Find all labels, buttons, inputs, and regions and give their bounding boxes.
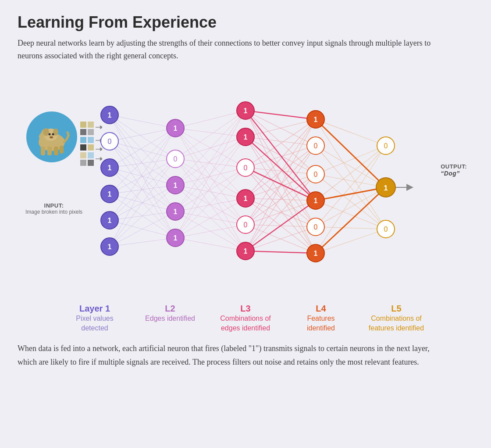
svg-text:1: 1 bbox=[174, 125, 178, 132]
svg-line-89 bbox=[175, 225, 246, 238]
svg-text:1: 1 bbox=[244, 107, 248, 115]
svg-line-149 bbox=[246, 201, 316, 251]
svg-line-151 bbox=[316, 187, 386, 201]
svg-line-37 bbox=[110, 141, 175, 159]
svg-text:1: 1 bbox=[108, 217, 112, 224]
neural-network-diagram: 1 0 1 1 1 1 1 0 1 1 1 1 1 0 1 bbox=[18, 75, 473, 295]
svg-line-131 bbox=[316, 146, 386, 187]
input-label: INPUT: Image broken into pixels bbox=[25, 202, 82, 215]
svg-line-47 bbox=[110, 159, 175, 194]
layer-2-label: L2 Edges identified bbox=[142, 304, 199, 333]
layer-4-label: L4 Features identified bbox=[292, 304, 349, 333]
svg-line-75 bbox=[175, 168, 246, 185]
svg-line-146 bbox=[246, 111, 316, 201]
svg-text:1: 1 bbox=[314, 116, 318, 123]
svg-line-36 bbox=[110, 128, 175, 141]
svg-text:1: 1 bbox=[174, 208, 178, 215]
svg-line-127 bbox=[316, 119, 386, 146]
svg-line-153 bbox=[316, 119, 386, 187]
bottom-text: When data is fed into a network, each ar… bbox=[18, 342, 447, 369]
svg-text:0: 0 bbox=[244, 164, 248, 172]
svg-line-42 bbox=[110, 159, 175, 168]
layer-1-label: Layer 1 Pixel values detected bbox=[66, 304, 123, 333]
output-label: OUTPUT: “Dog” bbox=[441, 163, 467, 177]
svg-line-122 bbox=[246, 146, 316, 251]
svg-text:0: 0 bbox=[108, 138, 112, 145]
svg-text:1: 1 bbox=[174, 182, 178, 189]
svg-line-108 bbox=[246, 168, 316, 253]
svg-line-125 bbox=[246, 227, 316, 251]
svg-text:1: 1 bbox=[108, 190, 112, 198]
svg-text:1: 1 bbox=[314, 197, 318, 204]
svg-text:0: 0 bbox=[244, 221, 248, 229]
svg-line-144 bbox=[316, 229, 386, 253]
svg-text:1: 1 bbox=[384, 184, 388, 192]
svg-text:0: 0 bbox=[314, 223, 318, 231]
svg-text:0: 0 bbox=[314, 142, 318, 150]
svg-line-150 bbox=[246, 251, 316, 253]
svg-line-98 bbox=[246, 137, 316, 146]
svg-line-129 bbox=[316, 119, 386, 229]
svg-line-145 bbox=[246, 111, 316, 119]
svg-text:1: 1 bbox=[244, 247, 248, 255]
svg-text:0: 0 bbox=[174, 155, 178, 163]
svg-text:1: 1 bbox=[244, 133, 248, 141]
svg-line-88 bbox=[175, 198, 246, 238]
svg-line-152 bbox=[316, 187, 386, 253]
layer-3-label: L3 Combinations of edges identified bbox=[217, 304, 274, 333]
svg-text:0: 0 bbox=[314, 171, 318, 178]
svg-line-57 bbox=[110, 159, 175, 247]
svg-line-142 bbox=[316, 146, 386, 253]
svg-text:1: 1 bbox=[108, 164, 112, 172]
svg-text:1: 1 bbox=[108, 111, 112, 119]
svg-line-133 bbox=[316, 146, 386, 174]
layer-5-label: L5 Combinations of features identified bbox=[368, 304, 425, 333]
network-connections: 1 0 1 1 1 1 1 0 1 1 1 1 1 0 1 bbox=[18, 75, 473, 295]
svg-text:1: 1 bbox=[174, 234, 178, 242]
svg-text:1: 1 bbox=[314, 250, 318, 257]
svg-line-141 bbox=[316, 227, 386, 229]
svg-line-46 bbox=[110, 128, 175, 194]
svg-line-60 bbox=[110, 238, 175, 247]
layer-labels-row: Layer 1 Pixel values detected L2 Edges i… bbox=[18, 304, 473, 333]
svg-line-148 bbox=[246, 168, 316, 201]
svg-line-52 bbox=[110, 159, 175, 220]
svg-text:0: 0 bbox=[384, 142, 388, 150]
svg-line-69 bbox=[175, 159, 246, 168]
svg-line-90 bbox=[175, 238, 246, 251]
svg-text:0: 0 bbox=[384, 226, 388, 233]
svg-line-103 bbox=[246, 119, 316, 168]
svg-line-107 bbox=[246, 168, 316, 227]
svg-text:1: 1 bbox=[108, 243, 112, 251]
page-title: Learning From Experience bbox=[18, 13, 473, 32]
svg-line-70 bbox=[175, 159, 246, 198]
svg-line-58 bbox=[110, 185, 175, 247]
svg-text:1: 1 bbox=[244, 195, 248, 202]
intro-text: Deep neural networks learn by adjusting … bbox=[18, 37, 447, 62]
svg-line-134 bbox=[316, 174, 386, 187]
svg-line-67 bbox=[175, 111, 246, 159]
